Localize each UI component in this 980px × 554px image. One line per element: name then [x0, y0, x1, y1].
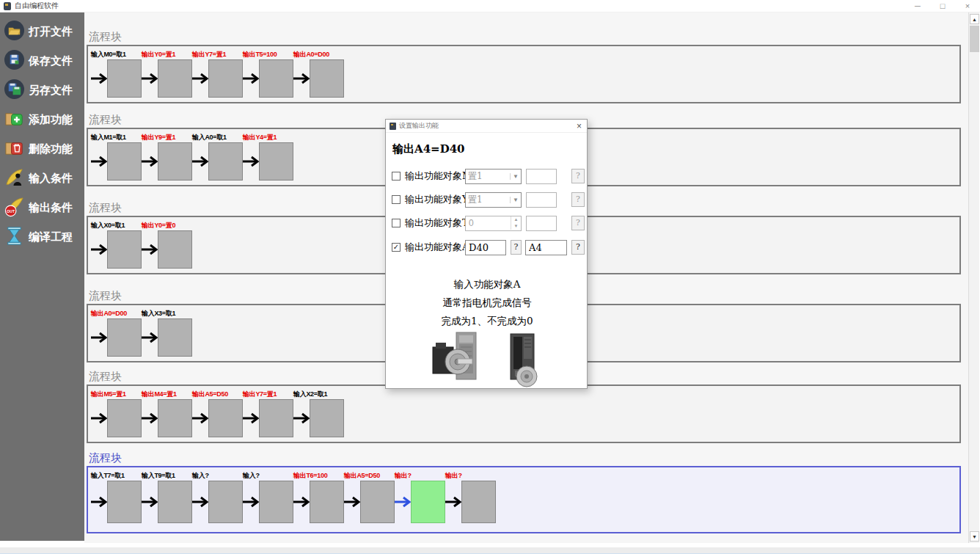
flow-block-1[interactable]: 输出M5=置1: [91, 390, 142, 437]
sidebar-button-5[interactable]: 删除功能: [0, 134, 84, 164]
value-spinner[interactable]: 0▲▼: [465, 216, 522, 231]
block-label: 输入M1=取1: [91, 133, 142, 142]
block-square[interactable]: [411, 481, 445, 523]
value-dropdown[interactable]: 置1▼: [465, 169, 522, 184]
flow-block-4[interactable]: 输出Y4=置1: [243, 133, 293, 181]
sidebar-button-1[interactable]: 打开文件: [0, 17, 84, 46]
block-square[interactable]: [259, 481, 293, 523]
flow-block-4[interactable]: 输出T5=100: [243, 50, 293, 98]
section-box[interactable]: 输出M5=置1输出M4=置1输出A5=D50输出Y7=置1输入X2=取1: [87, 384, 961, 443]
block-label: 输出A5=D50: [344, 471, 395, 481]
help-button[interactable]: ?: [571, 169, 585, 183]
section-box[interactable]: 输入T7=取1输入T9=取1输入?输入?输出T6=100输出A5=D50输出?输…: [87, 466, 961, 533]
sidebar-button-label: 删除功能: [29, 142, 73, 156]
help-button[interactable]: ?: [571, 216, 585, 230]
extra-value-input[interactable]: [526, 192, 557, 208]
sidebar-button-7[interactable]: OUT输出条件: [0, 193, 84, 222]
block-square[interactable]: [107, 230, 142, 269]
block-square[interactable]: [461, 481, 496, 523]
flow-block-1[interactable]: 输入M1=取1: [91, 133, 142, 181]
scrollbar-thumb[interactable]: [970, 26, 979, 52]
spinner-arrows-icon[interactable]: ▲▼: [511, 216, 521, 230]
flow-block-5[interactable]: 输入X2=取1: [293, 390, 344, 437]
data-value-input[interactable]: [465, 240, 506, 255]
block-square[interactable]: [208, 481, 243, 523]
help-button[interactable]: ?: [511, 240, 522, 255]
row-label: 输出功能对象Y: [405, 193, 469, 206]
row-label: 输出功能对象M: [405, 170, 472, 183]
extra-value-input[interactable]: [526, 169, 557, 184]
flow-block-1[interactable]: 输入T7=取1: [91, 471, 142, 523]
dialog-row-输出功能对象A: ✓输出功能对象A??: [386, 239, 588, 255]
close-button[interactable]: ×: [955, 1, 980, 10]
block-square[interactable]: [107, 399, 142, 437]
block-square[interactable]: [259, 59, 293, 98]
flow-block-4[interactable]: 输入?: [243, 471, 293, 523]
checkbox[interactable]: [392, 172, 401, 181]
block-square[interactable]: [360, 481, 395, 523]
flow-block-1[interactable]: 输入M0=取1: [91, 50, 142, 98]
vertical-scrollbar[interactable]: ▲ ▼: [968, 12, 979, 543]
block-square[interactable]: [158, 399, 192, 437]
help-button-2[interactable]: ?: [571, 240, 585, 255]
block-square[interactable]: [208, 399, 243, 437]
flow-block-1[interactable]: 输入X0=取1: [91, 221, 142, 269]
flow-block-3[interactable]: 输入?: [192, 471, 243, 523]
flow-block-4[interactable]: 输出Y7=置1: [243, 390, 293, 437]
block-square[interactable]: [310, 481, 344, 523]
block-square[interactable]: [158, 59, 192, 98]
flow-block-3[interactable]: 输入A0=取1: [192, 133, 243, 181]
section-box[interactable]: 输入M0=取1输出Y0=置1输出Y7=置1输出T5=100输出A0=D00: [87, 45, 961, 103]
dialog-heading: 输出A4=D40: [392, 142, 587, 156]
block-square[interactable]: [158, 481, 192, 523]
flow-block-5[interactable]: 输出A0=D00: [293, 50, 344, 98]
minimize-button[interactable]: ─: [905, 1, 930, 10]
block-label: 输入A0=取1: [192, 133, 243, 142]
sidebar-button-4[interactable]: 添加功能: [0, 105, 84, 134]
checkbox[interactable]: [392, 195, 401, 204]
help-button[interactable]: ?: [571, 192, 585, 207]
sidebar-button-8[interactable]: 编译工程: [0, 222, 84, 252]
block-square[interactable]: [107, 481, 142, 523]
flow-arrow-icon: [91, 230, 107, 269]
block-square[interactable]: [107, 318, 142, 357]
extra-value-input[interactable]: [526, 216, 557, 231]
sidebar-button-6[interactable]: 输入条件: [0, 164, 84, 193]
block-square[interactable]: [208, 142, 243, 181]
scroll-up-icon[interactable]: ▲: [970, 14, 979, 24]
block-square[interactable]: [208, 59, 243, 98]
object-value-input[interactable]: [525, 240, 567, 255]
block-square[interactable]: [107, 59, 142, 98]
flow-block-3[interactable]: 输出A5=D50: [192, 390, 243, 437]
flow-block-3[interactable]: 输出Y7=置1: [192, 50, 243, 98]
dialog-close-icon[interactable]: ×: [577, 121, 582, 131]
flow-block-7[interactable]: 输出?: [395, 471, 445, 523]
block-square[interactable]: [310, 59, 344, 98]
flow-block-8[interactable]: 输出?: [445, 471, 496, 523]
flow-block-2[interactable]: 输入T9=取1: [142, 471, 192, 523]
checkbox[interactable]: [392, 219, 401, 227]
flow-block-6[interactable]: 输出A5=D50: [344, 471, 395, 523]
sidebar-button-2[interactable]: 保存文件: [0, 46, 84, 76]
sidebar-button-3[interactable]: 另存文件: [0, 76, 84, 105]
flow-block-1[interactable]: 输出A0=D00: [91, 309, 142, 357]
block-square[interactable]: [107, 142, 142, 181]
value-dropdown[interactable]: 置1▼: [465, 192, 522, 208]
flow-block-5[interactable]: 输出T6=100: [293, 471, 344, 523]
block-label: 输出M5=置1: [91, 390, 142, 399]
flow-block-2[interactable]: 输入X3=取1: [142, 309, 192, 357]
flow-block-2[interactable]: 输出Y0=置0: [142, 221, 192, 269]
flow-arrow-icon: [344, 481, 360, 523]
block-square[interactable]: [310, 399, 344, 437]
maximize-button[interactable]: □: [930, 1, 955, 10]
block-square[interactable]: [158, 318, 192, 357]
checkbox[interactable]: ✓: [392, 243, 401, 252]
scroll-down-icon[interactable]: ▼: [970, 531, 979, 542]
flow-block-2[interactable]: 输出Y9=置1: [142, 133, 192, 181]
block-square[interactable]: [158, 230, 192, 269]
block-square[interactable]: [158, 142, 192, 181]
flow-block-2[interactable]: 输出M4=置1: [142, 390, 192, 437]
flow-block-2[interactable]: 输出Y0=置1: [142, 50, 192, 98]
block-square[interactable]: [259, 142, 293, 181]
block-square[interactable]: [259, 399, 293, 437]
